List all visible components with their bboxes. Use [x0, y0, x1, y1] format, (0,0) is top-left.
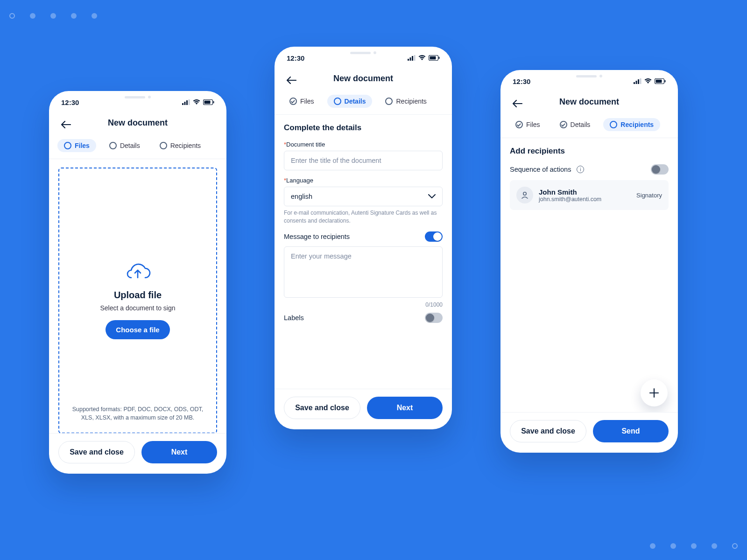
sequence-toggle[interactable]: [651, 164, 669, 175]
labels-toggle[interactable]: [425, 313, 443, 323]
avatar: [516, 187, 533, 203]
recipient-info: John Smith john.smith@autenti.com: [539, 188, 631, 203]
info-icon[interactable]: i: [577, 166, 584, 173]
field-help: For e-mail communication, Autenti Signat…: [284, 209, 443, 225]
next-button[interactable]: Next: [141, 441, 217, 463]
tab-label: Details: [345, 98, 366, 105]
field-language: *Language english For e-mail communicati…: [284, 177, 443, 225]
tab-recipients[interactable]: Recipients: [379, 95, 433, 108]
radio-icon: [160, 142, 167, 149]
field-label: *Document title: [284, 141, 443, 148]
radio-icon: [109, 142, 117, 149]
status-time: 12:30: [287, 54, 304, 62]
header: New document: [49, 113, 226, 136]
upload-subtitle: Select a document to sign: [100, 304, 175, 312]
wifi-icon: [193, 99, 200, 105]
tab-details[interactable]: Details: [103, 139, 147, 152]
toggle-label: Labels: [284, 314, 304, 322]
svg-rect-5: [204, 101, 211, 104]
status-icons: [634, 78, 666, 84]
field-document-title: *Document title: [284, 141, 443, 170]
svg-rect-19: [656, 80, 662, 83]
tab-files[interactable]: Files: [283, 95, 321, 108]
upload-title: Upload file: [114, 290, 162, 301]
row-message-toggle: Message to recipients: [284, 231, 443, 242]
svg-rect-7: [408, 59, 409, 61]
wifi-icon: [644, 78, 652, 84]
notch: [100, 91, 175, 103]
select-value: english: [291, 193, 312, 200]
row-labels-toggle: Labels: [284, 313, 443, 323]
upload-dropzone[interactable]: Upload file Select a document to sign Ch…: [58, 168, 217, 433]
add-recipient-button[interactable]: [641, 379, 668, 406]
svg-rect-12: [430, 56, 436, 60]
tab-details[interactable]: Details: [553, 118, 597, 131]
wifi-icon: [418, 55, 426, 61]
recipient-role: Signatory: [636, 192, 662, 199]
tab-recipients[interactable]: Recipients: [153, 139, 207, 152]
arrow-left-icon: [512, 100, 522, 107]
next-button[interactable]: Next: [367, 397, 443, 419]
message-textarea[interactable]: [284, 246, 443, 298]
step-tabs: Files Details Recipients: [49, 136, 226, 159]
tab-label: Recipients: [620, 121, 654, 128]
footer: Save and close Send: [500, 412, 678, 453]
svg-rect-1: [184, 102, 186, 105]
choose-file-button[interactable]: Choose a file: [106, 320, 169, 339]
send-button[interactable]: Send: [593, 420, 669, 442]
radio-icon: [610, 121, 617, 128]
arrow-left-icon: [61, 121, 71, 128]
back-button[interactable]: [511, 97, 524, 110]
tab-label: Files: [75, 142, 90, 149]
tab-details[interactable]: Details: [327, 95, 373, 108]
footer: Save and close Next: [275, 389, 452, 429]
status-time: 12:30: [61, 98, 79, 106]
tab-label: Files: [526, 121, 540, 128]
supported-formats: Supported formats: PDF, DOC, DOCX, ODS, …: [70, 405, 206, 423]
save-close-button[interactable]: Save and close: [284, 397, 360, 419]
battery-icon: [655, 78, 666, 84]
svg-rect-17: [640, 78, 641, 84]
save-close-button[interactable]: Save and close: [510, 420, 586, 442]
svg-rect-10: [414, 55, 416, 61]
step-tabs: Files Details Recipients: [275, 92, 452, 115]
message-toggle[interactable]: [425, 231, 443, 242]
language-select[interactable]: english: [284, 187, 443, 206]
tab-files[interactable]: Files: [509, 118, 547, 131]
row-sequence-toggle: Sequence of actions i: [510, 164, 669, 175]
battery-icon: [203, 99, 214, 105]
signal-icon: [634, 78, 641, 84]
tab-label: Recipients: [396, 98, 426, 105]
content: Add recipients Sequence of actions i Joh…: [500, 138, 678, 412]
toggle-label: Sequence of actions: [510, 166, 571, 173]
signal-icon: [408, 55, 416, 61]
tab-files[interactable]: Files: [57, 139, 96, 152]
char-counter: 0/1000: [284, 301, 443, 308]
document-title-input[interactable]: [284, 151, 443, 170]
page-title: New document: [333, 74, 393, 84]
content: Complete the details *Document title *La…: [275, 115, 452, 389]
battery-icon: [429, 55, 440, 61]
screen-recipients: 12:30 New document Files Details Recipie…: [500, 70, 678, 453]
cloud-upload-icon: [125, 262, 151, 282]
arrow-left-icon: [286, 77, 296, 84]
svg-rect-13: [439, 57, 440, 59]
recipient-card[interactable]: John Smith john.smith@autenti.com Signat…: [510, 180, 669, 210]
save-close-button[interactable]: Save and close: [58, 441, 135, 463]
header: New document: [275, 69, 452, 92]
svg-point-21: [523, 192, 526, 195]
status-bar: 12:30: [49, 91, 226, 113]
tab-label: Details: [120, 142, 140, 149]
svg-rect-3: [189, 99, 190, 105]
signal-icon: [182, 99, 190, 105]
toggle-label-wrap: Sequence of actions i: [510, 166, 584, 173]
back-button[interactable]: [285, 74, 298, 87]
page-title: New document: [559, 97, 619, 107]
tab-recipients[interactable]: Recipients: [603, 118, 660, 131]
back-button[interactable]: [59, 118, 72, 131]
status-time: 12:30: [513, 77, 530, 85]
svg-rect-14: [634, 82, 635, 84]
status-icons: [408, 55, 440, 61]
status-icons: [182, 99, 214, 105]
screen-details: 12:30 New document Files Details Recipie…: [275, 47, 452, 429]
